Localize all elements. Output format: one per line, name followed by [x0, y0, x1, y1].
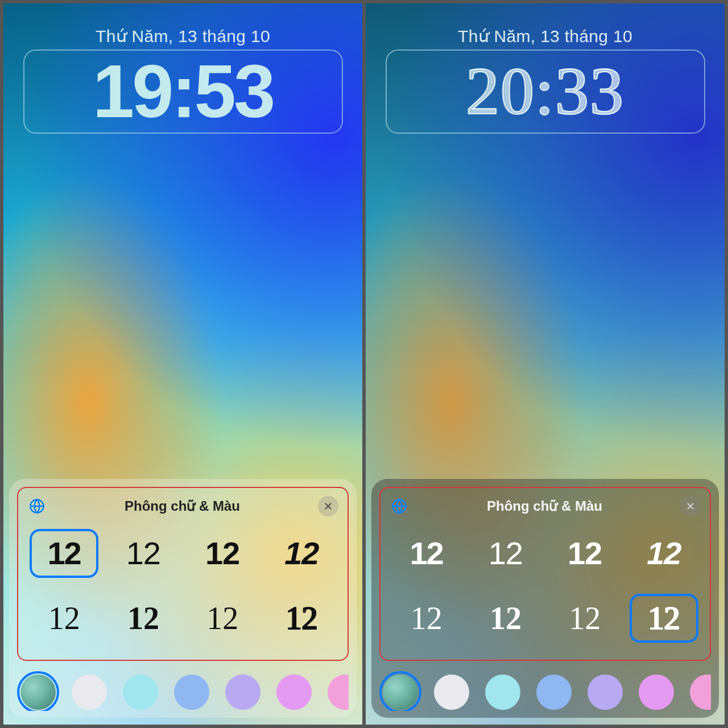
font-option-4[interactable]: 12 [392, 594, 461, 643]
clock-edit-frame[interactable]: 19:53 [23, 49, 343, 134]
lock-screen-date: Thứ Năm, 13 tháng 10 [458, 26, 632, 46]
font-panel: Phông chữ & Màu 1212121212121212 [17, 487, 349, 661]
font-option-5[interactable]: 12 [109, 594, 177, 643]
color-swatch-blue[interactable] [536, 675, 572, 710]
font-option-1[interactable]: 12 [471, 529, 540, 578]
close-button[interactable] [680, 496, 701, 516]
color-swatch-pink[interactable] [328, 675, 349, 710]
font-option-6[interactable]: 12 [188, 594, 257, 643]
clock-edit-frame[interactable]: 20:33 [386, 49, 705, 134]
color-swatch-white[interactable] [434, 675, 469, 710]
lock-screen-date: Thứ Năm, 13 tháng 10 [96, 26, 270, 46]
font-option-2[interactable]: 12 [188, 529, 257, 578]
font-option-7[interactable]: 12 [630, 594, 698, 643]
color-swatch-cyan[interactable] [123, 675, 158, 710]
globe-icon[interactable] [27, 497, 47, 516]
color-swatch-row [379, 667, 711, 711]
color-swatch-violet[interactable] [588, 675, 623, 710]
color-swatch-dynamic-gradient[interactable] [20, 675, 56, 710]
lock-screen-clock: 20:33 [466, 58, 624, 125]
lock-screen-editor-right: Thứ Năm, 13 tháng 10 20:33 Phông chữ & M… [366, 3, 725, 725]
font-option-2[interactable]: 12 [551, 529, 619, 578]
close-icon [323, 501, 333, 511]
color-swatch-dynamic-gradient[interactable] [383, 675, 418, 710]
font-option-5[interactable]: 12 [471, 594, 540, 643]
font-panel: Phông chữ & Màu 1212121212121212 [379, 487, 711, 661]
globe-icon[interactable] [390, 497, 409, 516]
color-swatch-magenta[interactable] [276, 675, 312, 710]
panel-title: Phông chữ & Màu [125, 498, 240, 514]
panel-title: Phông chữ & Màu [487, 498, 602, 514]
color-swatch-row [17, 667, 349, 711]
lock-screen-clock: 19:53 [93, 54, 274, 129]
font-option-6[interactable]: 12 [551, 594, 619, 643]
color-swatch-white[interactable] [72, 675, 107, 710]
font-option-4[interactable]: 12 [30, 594, 98, 643]
lock-screen-editor-left: Thứ Năm, 13 tháng 10 19:53 Phông chữ & M… [3, 3, 362, 725]
close-button[interactable] [318, 496, 338, 516]
font-option-7[interactable]: 12 [267, 594, 336, 643]
font-option-0[interactable]: 12 [30, 529, 98, 578]
font-color-sheet: Phông chữ & Màu 1212121212121212 [9, 479, 357, 718]
close-icon [685, 501, 696, 511]
color-swatch-blue[interactable] [174, 675, 209, 710]
color-swatch-pink[interactable] [690, 675, 711, 710]
font-option-1[interactable]: 12 [109, 529, 177, 578]
font-option-3[interactable]: 12 [267, 529, 336, 578]
font-option-3[interactable]: 12 [630, 529, 698, 578]
font-option-0[interactable]: 12 [392, 529, 461, 578]
color-swatch-violet[interactable] [225, 675, 260, 710]
color-swatch-magenta[interactable] [639, 675, 674, 710]
color-swatch-cyan[interactable] [485, 675, 520, 710]
font-color-sheet: Phông chữ & Màu 1212121212121212 [371, 479, 719, 718]
